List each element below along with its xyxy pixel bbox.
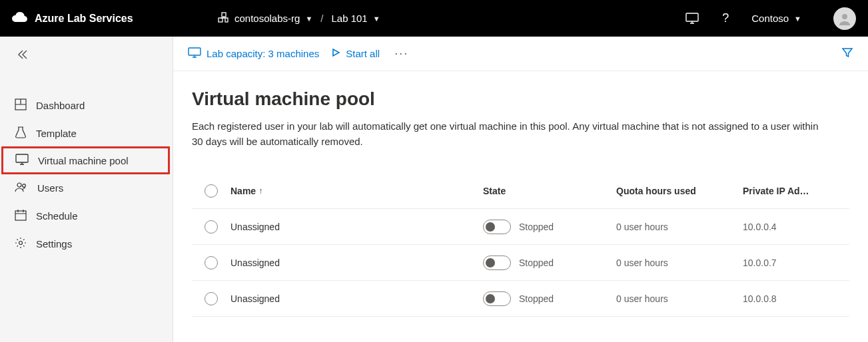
chevron-down-icon: ▼: [305, 15, 312, 23]
main: Lab capacity: 3 machines Start all ··· V…: [173, 37, 868, 342]
svg-point-7: [17, 183, 21, 187]
svg-point-4: [842, 14, 847, 19]
monitor-icon: [188, 47, 201, 60]
cell-state: Stopped: [519, 293, 554, 304]
select-all-radio[interactable]: [205, 184, 218, 198]
resource-group-crumb[interactable]: contosolabs-rg ▼: [217, 11, 312, 25]
brand-label: Azure Lab Services: [35, 13, 133, 25]
table-row[interactable]: Unassigned Stopped 0 user hours 10.0.0.4: [192, 209, 849, 245]
page-title: Virtual machine pool: [192, 88, 849, 110]
sidebar: Dashboard Template Virtual machine pool …: [0, 37, 173, 342]
more-button[interactable]: ···: [392, 47, 408, 61]
svg-rect-2: [225, 18, 228, 22]
col-header-quota[interactable]: Quota hours used: [616, 186, 743, 196]
lab-capacity-button[interactable]: Lab capacity: 3 machines: [188, 47, 319, 60]
row-select-radio[interactable]: [205, 220, 218, 234]
breadcrumb-separator: /: [320, 13, 323, 24]
cell-quota: 0 user hours: [616, 293, 743, 304]
dashboard-icon: [15, 98, 27, 112]
topbar-right: ? Contoso ▼: [685, 7, 856, 30]
table-row[interactable]: Unassigned Stopped 0 user hours 10.0.0.8: [192, 281, 849, 317]
users-icon: [15, 181, 28, 195]
svg-rect-1: [218, 18, 222, 22]
col-header-state[interactable]: State: [483, 186, 616, 196]
monitor-icon[interactable]: [685, 11, 699, 26]
row-select-radio[interactable]: [205, 292, 218, 305]
play-icon: [331, 48, 340, 59]
start-all-button[interactable]: Start all: [331, 48, 380, 59]
sidebar-item-vm-pool[interactable]: Virtual machine pool: [1, 146, 170, 174]
vm-table: Name ↑ State Quota hours used Private IP…: [192, 173, 849, 317]
table-header: Name ↑ State Quota hours used Private IP…: [192, 173, 849, 209]
cell-quota: 0 user hours: [616, 257, 743, 268]
svg-rect-9: [15, 211, 26, 220]
cell-name: Unassigned: [230, 222, 483, 232]
help-icon[interactable]: ?: [718, 11, 733, 26]
user-label: Contoso: [751, 13, 789, 24]
svg-point-10: [19, 241, 23, 244]
sidebar-item-label: Template: [36, 128, 77, 139]
svg-rect-0: [222, 13, 226, 17]
gear-icon: [15, 237, 27, 251]
toolbar: Lab capacity: 3 machines Start all ···: [173, 37, 868, 71]
user-menu[interactable]: Contoso ▼: [751, 13, 801, 24]
cell-ip: 10.0.0.7: [743, 257, 849, 268]
cell-state: Stopped: [519, 257, 554, 268]
svg-point-8: [23, 184, 26, 187]
table-row[interactable]: Unassigned Stopped 0 user hours 10.0.0.7: [192, 245, 849, 281]
sidebar-item-label: Dashboard: [36, 100, 85, 111]
cell-name: Unassigned: [230, 293, 483, 304]
state-toggle[interactable]: [483, 291, 511, 306]
col-header-ip[interactable]: Private IP Ad…: [743, 186, 849, 196]
cell-name: Unassigned: [230, 257, 483, 268]
sort-asc-icon: ↑: [258, 186, 262, 196]
sidebar-item-users[interactable]: Users: [0, 174, 173, 202]
svg-rect-3: [686, 13, 698, 21]
sidebar-item-label: Settings: [36, 238, 72, 250]
start-all-label: Start all: [346, 48, 380, 59]
chevron-down-icon: ▼: [373, 15, 380, 23]
content: Virtual machine pool Each registered use…: [173, 71, 868, 317]
chevron-down-icon: ▼: [794, 15, 801, 23]
state-toggle[interactable]: [483, 256, 511, 270]
sidebar-item-label: Schedule: [36, 210, 78, 222]
breadcrumbs: contosolabs-rg ▼ / Lab 101 ▼: [217, 11, 380, 25]
svg-rect-6: [16, 154, 28, 162]
filter-button[interactable]: [841, 47, 853, 61]
row-select-radio[interactable]: [205, 256, 218, 269]
crumb2-label: Lab 101: [331, 13, 367, 24]
col-header-name-label: Name: [230, 186, 256, 196]
sidebar-item-schedule[interactable]: Schedule: [0, 202, 173, 230]
cell-quota: 0 user hours: [616, 222, 743, 232]
brand[interactable]: Azure Lab Services: [11, 11, 217, 27]
svg-rect-11: [189, 48, 201, 55]
calendar-icon: [15, 209, 27, 223]
cell-ip: 10.0.0.8: [743, 293, 849, 304]
avatar[interactable]: [833, 7, 856, 30]
sidebar-item-template[interactable]: Template: [0, 119, 173, 147]
crumb1-label: contosolabs-rg: [234, 13, 300, 24]
rg-icon: [217, 11, 229, 25]
cell-state: Stopped: [519, 222, 554, 232]
sidebar-item-label: Virtual machine pool: [38, 155, 129, 166]
template-icon: [15, 126, 27, 141]
capacity-label: Lab capacity: 3 machines: [207, 48, 319, 59]
cell-ip: 10.0.0.4: [743, 222, 849, 232]
topbar: Azure Lab Services contosolabs-rg ▼ / La…: [0, 0, 868, 37]
monitor-icon: [15, 154, 29, 168]
state-toggle[interactable]: [483, 220, 511, 234]
cloud-icon: [11, 11, 28, 27]
sidebar-item-settings[interactable]: Settings: [0, 230, 173, 257]
lab-crumb[interactable]: Lab 101 ▼: [331, 13, 380, 24]
col-header-name[interactable]: Name ↑: [230, 186, 483, 196]
collapse-sidebar-button[interactable]: [0, 38, 173, 71]
page-description: Each registered user in your lab will au…: [192, 119, 831, 149]
sidebar-item-label: Users: [37, 182, 63, 194]
sidebar-item-dashboard[interactable]: Dashboard: [0, 91, 173, 119]
